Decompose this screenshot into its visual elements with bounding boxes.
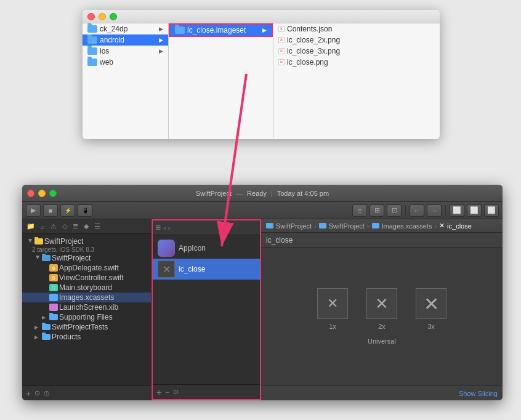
nav-item-label: AppDelegate.swift bbox=[59, 264, 119, 272]
left-panel-toggle[interactable]: ⬜ bbox=[450, 204, 464, 217]
slot-box-1x[interactable]: ✕ bbox=[317, 288, 348, 319]
asset-item-appicon[interactable]: AppIcon bbox=[153, 238, 260, 259]
run-button[interactable]: ▶ bbox=[26, 204, 41, 217]
show-slicing-button[interactable]: Show Slicing bbox=[459, 390, 498, 397]
editor-version[interactable]: ⊡ bbox=[387, 204, 402, 217]
finder-item-label: ios bbox=[100, 47, 109, 55]
nav-breakpoint-icon[interactable]: ◆ bbox=[82, 222, 91, 231]
bc-swiftproject1[interactable]: SwiftProject bbox=[276, 222, 312, 230]
finder-content: ck_24dp ▶ android ▶ ios ▶ web ic_clos bbox=[83, 23, 440, 139]
file-icon: ✕ bbox=[278, 26, 285, 32]
nav-warn-icon[interactable]: ⚠ bbox=[49, 222, 59, 231]
filter-assets-button[interactable]: ⊙ bbox=[173, 388, 179, 396]
nav-debug-icon[interactable]: ≣ bbox=[71, 222, 80, 231]
asset-slot-2x: ✕ 2x bbox=[366, 288, 397, 330]
arrow-icon: ▶ bbox=[159, 26, 163, 32]
bottom-panel-toggle[interactable]: ⬜ bbox=[467, 204, 482, 217]
nav-subtitle: 2 targets, iOS SDK 8.3 bbox=[22, 246, 151, 253]
toolbar-separator-2 bbox=[445, 205, 446, 216]
stop-button[interactable]: ■ bbox=[43, 204, 58, 217]
nav-item-swiftproject-root[interactable]: ▶ SwiftProject bbox=[22, 236, 151, 246]
nav-item-swiftproject[interactable]: ▶ SwiftProject bbox=[22, 253, 151, 263]
finder-item-ios[interactable]: ios ▶ bbox=[83, 46, 168, 57]
asset-list-toolbar: ⊞ ‹ › bbox=[153, 220, 260, 235]
nav-test-icon[interactable]: ◇ bbox=[60, 222, 69, 231]
nav-item-swiftprojecttests[interactable]: ▶ SwiftProjectTests bbox=[22, 322, 151, 332]
scheme-icon[interactable]: ⚡ bbox=[60, 204, 75, 217]
finder-item-label: web bbox=[100, 58, 113, 67]
nav-item-images-xcassets[interactable]: Images.xcassets bbox=[22, 293, 151, 302]
close-icon-3x: ✕ bbox=[424, 293, 439, 315]
asset-item-label: AppIcon bbox=[179, 244, 206, 252]
nav-folder-icon[interactable]: 📁 bbox=[25, 222, 37, 231]
finder-item-ic-close-imageset[interactable]: ic_close.imageset ▶ bbox=[169, 23, 273, 37]
nav-item-supporting-files[interactable]: ▶ Supporting Files bbox=[22, 312, 151, 322]
nav-item-label: SwiftProjectTests bbox=[52, 323, 108, 331]
asset-detail-footer: Show Slicing bbox=[261, 386, 503, 400]
nav-back[interactable]: ‹ bbox=[164, 224, 166, 232]
recent-files-button[interactable]: ◷ bbox=[44, 389, 50, 397]
navigator-panel: 📁 ⌕ ⚠ ◇ ≣ ◆ ☰ ▶ SwiftProject 2 targets, … bbox=[22, 219, 151, 400]
nav-report-icon[interactable]: ☰ bbox=[92, 222, 102, 231]
arrow-icon: ▶ bbox=[159, 37, 163, 43]
view-toggle[interactable]: ⊞ bbox=[155, 224, 161, 232]
asset-list-bottom: + − ⊙ bbox=[153, 384, 260, 399]
project-name: SwiftProject bbox=[196, 190, 232, 197]
nav-item-appdelegate[interactable]: S AppDelegate.swift bbox=[22, 263, 151, 273]
nav-toolbar: 📁 ⌕ ⚠ ◇ ≣ ◆ ☰ bbox=[22, 219, 151, 234]
finder-col-1: ck_24dp ▶ android ▶ ios ▶ web bbox=[83, 23, 169, 139]
xcode-status: Ready bbox=[247, 190, 267, 197]
right-panel-toggle[interactable]: ⬜ bbox=[484, 204, 499, 217]
finder-item-label: ck_24dp bbox=[100, 25, 127, 33]
slot-box-2x[interactable]: ✕ bbox=[366, 288, 397, 319]
nav-search-icon[interactable]: ⌕ bbox=[39, 222, 47, 231]
finder-item-android[interactable]: android ▶ bbox=[83, 34, 168, 46]
finder-item-web[interactable]: web bbox=[83, 57, 168, 68]
finder-item-contents-json[interactable]: ✕ Contents.json bbox=[273, 23, 440, 34]
minimize-button[interactable] bbox=[99, 13, 106, 20]
maximize-button[interactable] bbox=[110, 13, 117, 20]
editor-standard[interactable]: ≡ bbox=[352, 204, 367, 217]
nav-item-products[interactable]: ▶ Products bbox=[22, 332, 151, 342]
finder-item-label: android bbox=[100, 36, 124, 44]
bc-ic-close-label[interactable]: ic_close bbox=[447, 222, 472, 230]
file-icon: ✕ bbox=[278, 37, 285, 43]
add-asset-button[interactable]: + bbox=[156, 387, 161, 397]
xcode-toolbar: ▶ ■ ⚡ 📱 ≡ ⊞ ⊡ ← → ⬜ ⬜ ⬜ bbox=[22, 202, 503, 219]
finder-item-ic-close-2x[interactable]: ✕ ic_close_2x.png bbox=[273, 34, 440, 46]
asset-list-panel: ⊞ ‹ › AppIcon ✕ ic_close + − ⊙ bbox=[151, 219, 261, 400]
finder-item-ic-close-3x[interactable]: ✕ ic_close_3x.png bbox=[273, 46, 440, 57]
slot-label-2x: 2x bbox=[378, 323, 386, 330]
device-icon[interactable]: 📱 bbox=[78, 204, 92, 217]
close-icon-1x: ✕ bbox=[327, 296, 338, 312]
nav-item-viewcontroller[interactable]: S ViewController.swift bbox=[22, 273, 151, 283]
bc-swiftproject2[interactable]: SwiftProject bbox=[329, 222, 365, 230]
xcode-close-button[interactable] bbox=[27, 190, 34, 197]
finder-item-ic-close-png[interactable]: ✕ ic_close.png bbox=[273, 57, 440, 68]
nav-item-launchscreen[interactable]: LaunchScreen.xib bbox=[22, 302, 151, 312]
nav-right[interactable]: → bbox=[427, 204, 442, 217]
xcode-minimize-button[interactable] bbox=[38, 190, 46, 197]
add-file-button[interactable]: + bbox=[26, 389, 31, 398]
swift-file-icon: S bbox=[49, 274, 58, 281]
slot-box-3x[interactable]: ✕ bbox=[416, 288, 446, 319]
bc-images-xcassets[interactable]: Images.xcassets bbox=[382, 222, 432, 230]
finder-item-ck24dp[interactable]: ck_24dp ▶ bbox=[83, 23, 168, 34]
finder-item-label: ic_close.imageset bbox=[187, 26, 246, 34]
nav-left[interactable]: ← bbox=[410, 204, 424, 217]
xcode-maximize-button[interactable] bbox=[49, 190, 57, 197]
nav-tree: ▶ SwiftProject 2 targets, iOS SDK 8.3 ▶ … bbox=[22, 234, 151, 386]
asset-item-ic-close[interactable]: ✕ ic_close bbox=[153, 259, 260, 280]
editor-assistant[interactable]: ⊞ bbox=[370, 204, 384, 217]
asset-slot-1x: ✕ 1x bbox=[317, 288, 348, 330]
xcode-body: 📁 ⌕ ⚠ ◇ ≣ ◆ ☰ ▶ SwiftProject 2 targets, … bbox=[22, 219, 503, 400]
nav-forward[interactable]: › bbox=[168, 224, 171, 232]
triangle-icon: ▶ bbox=[28, 238, 33, 244]
close-button[interactable] bbox=[87, 13, 95, 20]
remove-asset-button[interactable]: − bbox=[165, 389, 169, 396]
filter-button[interactable]: ⊙ bbox=[34, 389, 40, 397]
nav-item-mainstoryboard[interactable]: ◻ Main.storyboard bbox=[22, 283, 151, 293]
triangle-icon: ▶ bbox=[34, 325, 41, 330]
bc-ic-close[interactable]: ✕ bbox=[439, 222, 445, 230]
folder-icon bbox=[42, 334, 50, 340]
